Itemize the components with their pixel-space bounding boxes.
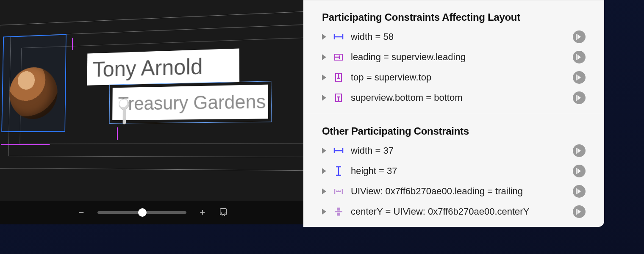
disclosure-triangle-icon[interactable] bbox=[322, 168, 326, 174]
constraint-text: centerY = UIView: 0x7ff6b270ae00.centerY bbox=[351, 206, 566, 217]
disclosure-triangle-icon[interactable] bbox=[322, 34, 326, 40]
disclosure-triangle-icon[interactable] bbox=[322, 188, 326, 194]
zoom-in-button[interactable]: + bbox=[197, 207, 208, 218]
disclosure-triangle-icon[interactable] bbox=[322, 209, 326, 215]
disclosure-triangle-icon[interactable] bbox=[322, 95, 326, 101]
section-title: Participating Constraints Affecting Layo… bbox=[322, 11, 586, 23]
disclosure-triangle-icon[interactable] bbox=[322, 54, 326, 60]
top-constraint-icon bbox=[333, 72, 344, 83]
width-constraint-icon bbox=[333, 31, 344, 42]
constraint-row[interactable]: centerY = UIView: 0x7ff6b270ae00.centerY bbox=[322, 202, 586, 222]
view-debugger-canvas[interactable]: Tony Arnold Treasury Gardens bbox=[0, 0, 303, 224]
navigate-arrow-button[interactable] bbox=[573, 91, 586, 104]
constraint-row[interactable]: width = 37 bbox=[322, 141, 586, 161]
constraint-row[interactable]: top = superview.top bbox=[322, 67, 586, 88]
name-label-text: Tony Arnold bbox=[93, 53, 203, 81]
constraint-text: width = 37 bbox=[351, 145, 566, 156]
navigate-arrow-button[interactable] bbox=[573, 144, 586, 157]
hspace-constraint-icon bbox=[333, 186, 344, 197]
zoom-out-button[interactable]: − bbox=[75, 207, 87, 218]
height-constraint-icon bbox=[333, 166, 344, 177]
navigate-arrow-button[interactable] bbox=[573, 185, 586, 198]
constraint-text: width = 58 bbox=[351, 31, 566, 42]
navigate-arrow-button[interactable] bbox=[573, 205, 586, 218]
constraint-row[interactable]: UIView: 0x7ff6b270ae00.leading = trailin… bbox=[322, 181, 586, 202]
constraint-text: superview.bottom = bottom bbox=[351, 92, 566, 103]
svg-rect-0 bbox=[220, 209, 227, 215]
constraint-text: UIView: 0x7ff6b270ae00.leading = trailin… bbox=[351, 186, 566, 197]
constraint-row[interactable]: height = 37 bbox=[322, 161, 586, 181]
size-inspector-panel: Participating Constraints Affecting Layo… bbox=[303, 0, 604, 227]
constraint-text: leading = superview.leading bbox=[351, 52, 566, 63]
constraint-row[interactable]: superview.bottom = bottom bbox=[322, 88, 586, 108]
constraints-section: Other Participating Constraintswidth = 3… bbox=[303, 114, 604, 227]
navigate-arrow-button[interactable] bbox=[573, 165, 586, 177]
canvas-toolbar: − + bbox=[0, 201, 303, 224]
constraint-row[interactable]: leading = superview.leading bbox=[322, 47, 586, 67]
constraints-section: Participating Constraints Affecting Layo… bbox=[303, 0, 604, 114]
constraint-row[interactable]: width = 58 bbox=[322, 27, 586, 47]
navigate-arrow-button[interactable] bbox=[573, 30, 586, 43]
constraint-text: top = superview.top bbox=[351, 72, 566, 83]
leading-constraint-icon bbox=[333, 52, 344, 63]
disclosure-triangle-icon[interactable] bbox=[322, 148, 326, 154]
navigate-arrow-button[interactable] bbox=[573, 71, 586, 84]
constraint-text: height = 37 bbox=[351, 166, 566, 177]
section-title: Other Participating Constraints bbox=[322, 125, 586, 137]
navigate-arrow-button[interactable] bbox=[573, 51, 586, 64]
disclosure-triangle-icon[interactable] bbox=[322, 75, 326, 80]
centery-constraint-icon bbox=[333, 206, 344, 217]
bottom-constraint-icon bbox=[333, 92, 344, 103]
zoom-slider[interactable] bbox=[97, 211, 186, 214]
width-constraint-icon bbox=[333, 145, 344, 156]
orient-to-fit-button[interactable] bbox=[219, 207, 228, 218]
